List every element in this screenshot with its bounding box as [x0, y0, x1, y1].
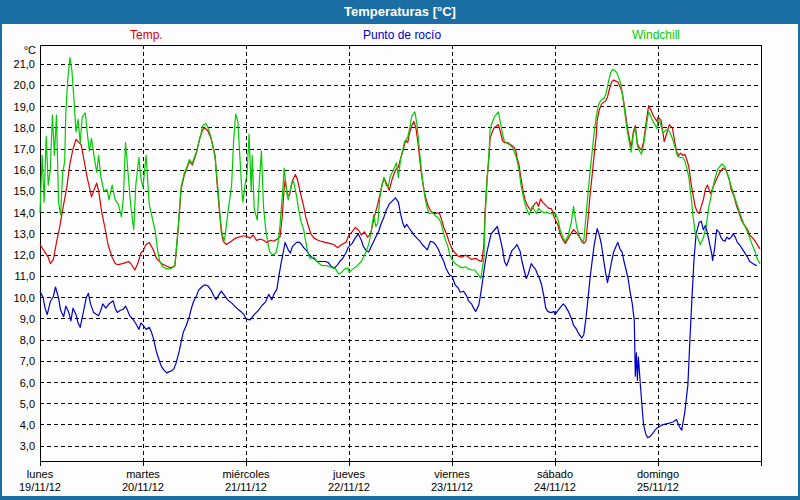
- x-day-label: martes: [126, 468, 160, 480]
- y-tick-label: 5,0: [20, 398, 35, 410]
- x-day-label: sábado: [537, 468, 573, 480]
- y-tick-label: 21,0: [14, 58, 35, 70]
- y-tick-label: 9,0: [20, 313, 35, 325]
- plot-border: [40, 45, 761, 461]
- chart-plot-area: 21,020,019,018,017,016,015,014,013,012,0…: [0, 0, 800, 500]
- x-date-label: 24/11/12: [534, 481, 576, 493]
- y-tick-label: 13,0: [14, 228, 35, 240]
- x-date-label: 23/11/12: [431, 481, 473, 493]
- y-tick-label: 11,0: [14, 270, 35, 282]
- y-tick-label: 15,0: [14, 185, 35, 197]
- y-tick-label: 20,0: [14, 79, 35, 91]
- y-tick-label: 7,0: [20, 355, 35, 367]
- x-date-label: 25/11/12: [637, 481, 679, 493]
- y-tick-label: 18,0: [14, 122, 35, 134]
- weather-chart-window: Temperaturas [°C] Temp. Punto de rocío W…: [0, 0, 800, 500]
- x-day-label: jueves: [332, 468, 365, 480]
- y-tick-label: 8,0: [20, 334, 35, 346]
- series-line-temp: [40, 80, 760, 270]
- x-date-label: 21/11/12: [225, 481, 267, 493]
- y-tick-label: 10,0: [14, 292, 35, 304]
- x-date-label: 20/11/12: [122, 481, 164, 493]
- y-tick-label: 12,0: [14, 249, 35, 261]
- y-tick-label: 16,0: [14, 164, 35, 176]
- y-tick-label: 6,0: [20, 377, 35, 389]
- y-tick-label: 4,0: [20, 419, 35, 431]
- x-day-label: lunes: [27, 468, 54, 480]
- y-tick-label: 3,0: [20, 440, 35, 452]
- y-tick-label: 17,0: [14, 143, 35, 155]
- series-line-windchill: [40, 58, 760, 279]
- x-date-label: 19/11/12: [19, 481, 61, 493]
- y-tick-label: 19,0: [14, 101, 35, 113]
- x-day-label: domingo: [637, 468, 679, 480]
- y-tick-label: 14,0: [14, 207, 35, 219]
- x-day-label: viernes: [434, 468, 470, 480]
- x-date-label: 22/11/12: [328, 481, 370, 493]
- x-day-label: miércoles: [222, 468, 270, 480]
